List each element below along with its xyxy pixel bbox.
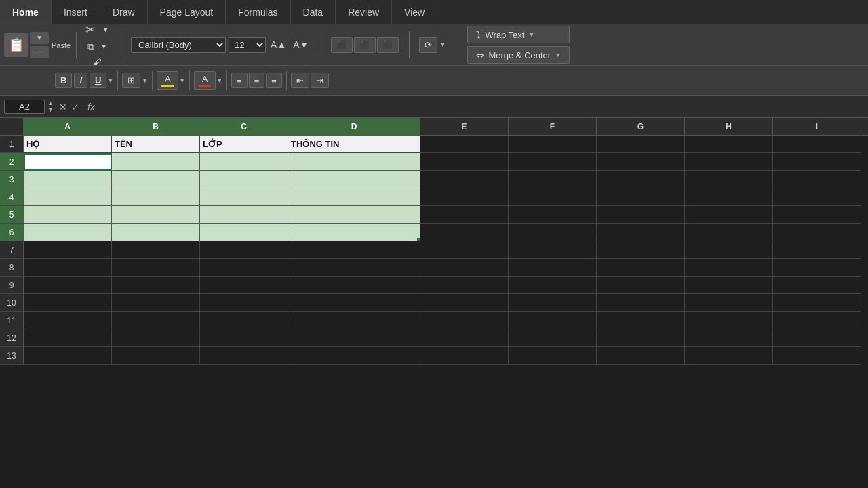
cell-i1[interactable]	[773, 136, 861, 153]
cell-e4[interactable]	[420, 188, 509, 206]
cell-b6[interactable]	[112, 224, 200, 241]
orientation-dropdown[interactable]: ▼	[439, 41, 446, 48]
cell-h4[interactable]	[685, 188, 773, 206]
col-header-f[interactable]: F	[509, 118, 597, 135]
cell-g6[interactable]	[597, 224, 685, 241]
row-header-1[interactable]: 1	[0, 136, 24, 153]
cell-d4[interactable]	[288, 188, 420, 206]
cell-b8[interactable]	[112, 259, 200, 277]
cell-f4[interactable]	[509, 188, 597, 206]
tab-data[interactable]: Data	[291, 0, 336, 24]
cell-c4[interactable]	[200, 188, 288, 206]
cell-i7[interactable]	[773, 241, 861, 259]
cell-h12[interactable]	[685, 329, 773, 347]
cell-g7[interactable]	[597, 241, 685, 259]
decrease-font-size-btn[interactable]: A▼	[291, 38, 311, 52]
cell-a10[interactable]	[24, 294, 112, 312]
cell-d13[interactable]	[288, 347, 420, 365]
cell-e12[interactable]	[420, 329, 509, 347]
cell-g4[interactable]	[597, 188, 685, 206]
cell-i6[interactable]	[773, 224, 861, 241]
col-header-g[interactable]: G	[597, 118, 685, 135]
align-middle-btn[interactable]: ⬛	[354, 37, 376, 53]
tab-view[interactable]: View	[392, 0, 437, 24]
cell-d7[interactable]	[288, 241, 420, 259]
tab-home[interactable]: Home	[0, 0, 52, 24]
cell-f7[interactable]	[509, 241, 597, 259]
cell-e3[interactable]	[420, 171, 509, 188]
row-header-12[interactable]: 12	[0, 329, 24, 347]
cell-c10[interactable]	[200, 294, 288, 312]
cell-b12[interactable]	[112, 329, 200, 347]
cell-a8[interactable]	[24, 259, 112, 277]
cell-e13[interactable]	[420, 347, 509, 365]
cell-f11[interactable]	[509, 312, 597, 329]
row-header-5[interactable]: 5	[0, 206, 24, 224]
cell-a3[interactable]	[24, 171, 112, 188]
cell-a9[interactable]	[24, 277, 112, 294]
cell-g10[interactable]	[597, 294, 685, 312]
cell-d10[interactable]	[288, 294, 420, 312]
merge-center-btn[interactable]: ⇔ Merge & Center ▼	[467, 46, 570, 64]
cell-c6[interactable]	[200, 224, 288, 241]
col-header-d[interactable]: D	[288, 118, 420, 135]
cell-i3[interactable]	[773, 171, 861, 188]
cell-b3[interactable]	[112, 171, 200, 188]
cut-dropdown[interactable]: ▼	[100, 25, 111, 35]
tab-page-layout[interactable]: Page Layout	[148, 0, 226, 24]
cell-g3[interactable]	[597, 171, 685, 188]
paste-dropdown-btn[interactable]: ▼	[30, 32, 49, 44]
align-left-btn[interactable]: ≡	[231, 73, 248, 88]
row-header-10[interactable]: 10	[0, 294, 24, 312]
cell-e7[interactable]	[420, 241, 509, 259]
cell-c11[interactable]	[200, 312, 288, 329]
cell-f10[interactable]	[509, 294, 597, 312]
cell-f6[interactable]	[509, 224, 597, 241]
align-right-btn[interactable]: ≡	[266, 73, 282, 88]
cell-reference-input[interactable]	[4, 100, 45, 114]
paste-options-btn[interactable]: ⋯	[30, 46, 49, 58]
copy-icon[interactable]: ⧉	[85, 40, 96, 54]
row-header-7[interactable]: 7	[0, 241, 24, 259]
col-header-e[interactable]: E	[420, 118, 509, 135]
cell-a1[interactable]: HỌ	[24, 136, 112, 153]
cell-b9[interactable]	[112, 277, 200, 294]
cell-b4[interactable]	[112, 188, 200, 206]
cell-ref-up-arrow[interactable]: ▲	[47, 100, 54, 106]
cell-c12[interactable]	[200, 329, 288, 347]
cell-i4[interactable]	[773, 188, 861, 206]
cell-d9[interactable]	[288, 277, 420, 294]
cell-d11[interactable]	[288, 312, 420, 329]
cell-ref-down-arrow[interactable]: ▼	[47, 107, 54, 113]
col-header-b[interactable]: B	[112, 118, 200, 135]
cell-c5[interactable]	[200, 206, 288, 224]
row-header-2[interactable]: 2	[0, 153, 24, 171]
cell-b11[interactable]	[112, 312, 200, 329]
cell-i12[interactable]	[773, 329, 861, 347]
wrap-text-dropdown[interactable]: ▼	[528, 31, 534, 38]
clipboard-icon-large[interactable]: 📋	[4, 33, 28, 57]
cell-b10[interactable]	[112, 294, 200, 312]
row-header-4[interactable]: 4	[0, 188, 24, 206]
col-header-c[interactable]: C	[200, 118, 288, 135]
cell-a7[interactable]	[24, 241, 112, 259]
cell-b1[interactable]: TÊN	[112, 136, 200, 153]
font-name-select[interactable]: Calibri (Body)	[131, 37, 226, 53]
cell-h3[interactable]	[685, 171, 773, 188]
col-header-h[interactable]: H	[685, 118, 773, 135]
cell-i5[interactable]	[773, 206, 861, 224]
cell-g1[interactable]	[597, 136, 685, 153]
cell-d3[interactable]	[288, 171, 420, 188]
cell-f1[interactable]	[509, 136, 597, 153]
confirm-formula-btn[interactable]: ✓	[71, 102, 79, 113]
cell-e2[interactable]	[420, 153, 509, 171]
cell-c9[interactable]	[200, 277, 288, 294]
cell-a6[interactable]	[24, 224, 112, 241]
cell-d5[interactable]	[288, 206, 420, 224]
cell-a11[interactable]	[24, 312, 112, 329]
cell-h9[interactable]	[685, 277, 773, 294]
cancel-formula-btn[interactable]: ✕	[59, 102, 67, 113]
cell-b5[interactable]	[112, 206, 200, 224]
cell-g9[interactable]	[597, 277, 685, 294]
col-header-a[interactable]: A	[24, 118, 112, 135]
